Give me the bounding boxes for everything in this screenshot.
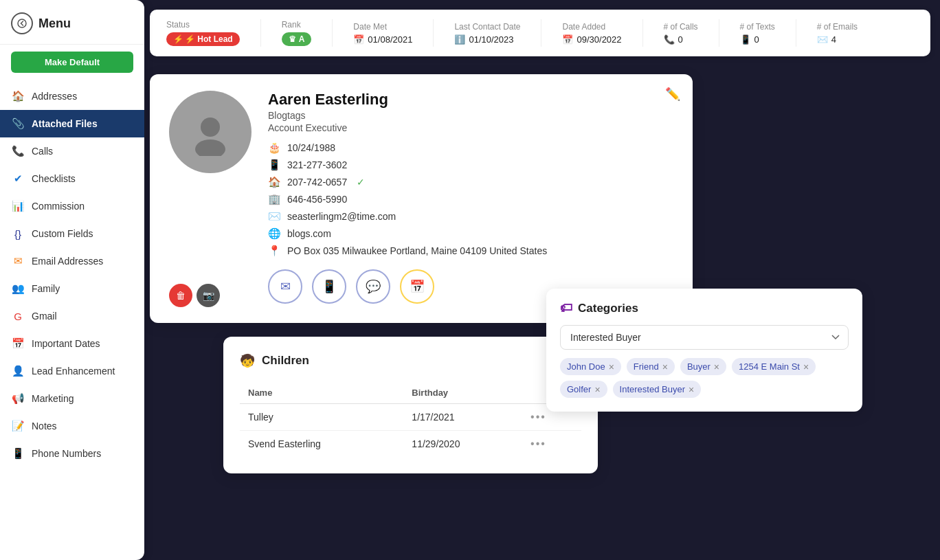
chat-action-button[interactable]: 💬 (356, 269, 390, 304)
sidebar-item-calls[interactable]: 📞 Calls (0, 137, 144, 165)
sidebar-header: Menu (0, 0, 144, 45)
rank-badge: ♛ A (282, 32, 312, 46)
date-added-label: Date Added (562, 22, 605, 32)
sidebar-item-phone-numbers[interactable]: 📱 Phone Numbers (0, 440, 144, 467)
tag-label-3: 1254 E Main St (739, 361, 800, 372)
calendar-action-button[interactable]: 📅 (400, 269, 434, 304)
nav-label-important-dates: Important Dates (32, 338, 100, 349)
last-contact-value: ℹ️ 01/10/2023 (454, 34, 513, 45)
date-met-label: Date Met (353, 22, 387, 32)
phone-action-button[interactable]: 📱 (312, 269, 346, 304)
date-added-icon: 📅 (562, 34, 573, 45)
date-met-value: 📅 01/08/2021 (353, 34, 412, 45)
tag-label-0: John Doe (567, 361, 605, 372)
tag-5: Interested Buyer × (613, 381, 702, 398)
nav-icon-phone-numbers: 📱 (11, 447, 25, 460)
tag-3: 1254 E Main St × (732, 358, 816, 375)
sidebar-item-notes[interactable]: 📝 Notes (0, 412, 144, 440)
nav-icon-email-addresses: ✉ (11, 254, 25, 268)
sidebar-item-lead-enhancement[interactable]: 👤 Lead Enhancement (0, 357, 144, 385)
children-title: 🧒 Children (240, 353, 309, 368)
sidebar-item-email-addresses[interactable]: ✉ Email Addresses (0, 247, 144, 275)
tag-remove-1[interactable]: × (662, 362, 668, 372)
nav-label-family: Family (32, 283, 60, 294)
sidebar-item-marketing[interactable]: 📢 Marketing (0, 385, 144, 412)
tag-remove-2[interactable]: × (714, 362, 719, 372)
camera-button[interactable]: 📷 (197, 284, 220, 307)
sidebar-item-gmail[interactable]: G Gmail (0, 302, 144, 330)
menu-back-button[interactable] (11, 12, 33, 34)
birthday-icon: 🎂 (268, 142, 280, 154)
contact-phone3: 646-456-5990 (287, 194, 347, 205)
children-header: 🧒 Children + (240, 350, 581, 371)
status-field: Status ⚡ ⚡ Hot Lead (166, 20, 240, 46)
date-met-field: Date Met 📅 01/08/2021 (353, 22, 412, 45)
calls-value: 📞 0 (664, 34, 683, 45)
tag-remove-5[interactable]: × (689, 385, 694, 394)
nav-icon-custom-fields: {} (11, 227, 25, 240)
avatar (169, 91, 251, 173)
emails-value: ✉️ 4 (817, 34, 836, 45)
tag-2: Buyer × (680, 358, 726, 375)
sidebar-item-important-dates[interactable]: 📅 Important Dates (0, 330, 144, 357)
tag-label-5: Interested Buyer (620, 384, 685, 394)
nav-label-addresses: Addresses (32, 91, 77, 102)
delete-avatar-button[interactable]: 🗑 (169, 284, 192, 307)
last-contact-field: Last Contact Date ℹ️ 01/10/2023 (454, 22, 520, 45)
sidebar-item-commission[interactable]: 📊 Commission (0, 192, 144, 220)
last-contact-icon: ℹ️ (454, 34, 465, 45)
nav-label-custom-fields: Custom Fields (32, 228, 93, 239)
email-action-button[interactable]: ✉ (268, 269, 302, 304)
col-birthday-header: Birthday (403, 382, 522, 404)
date-added-value: 📅 09/30/2022 (562, 34, 621, 45)
sidebar: Menu Make Default 🏠 Addresses 📎 Attached… (0, 0, 144, 560)
sidebar-item-addresses[interactable]: 🏠 Addresses (0, 82, 144, 110)
nav-icon-gmail: G (11, 309, 25, 323)
phone2-icon: 🏠 (268, 176, 280, 188)
contact-address-row: 📍 PO Box 035 Milwaukee Portland, Maine 0… (268, 245, 673, 257)
make-default-button[interactable]: Make Default (11, 52, 133, 73)
tag-remove-0[interactable]: × (609, 362, 614, 372)
categories-header: 🏷 Categories (560, 301, 849, 315)
calls-icon: 📞 (664, 34, 675, 45)
contact-email-row: ✉️ seasterlingm2@time.com (268, 210, 673, 223)
contact-phone2-row: 🏠 207-742-0657 ✓ (268, 176, 673, 188)
col-name-header: Name (240, 382, 403, 404)
child-more-button-0[interactable]: ••• (530, 411, 546, 423)
texts-label: # of Texts (740, 22, 775, 32)
nav-label-attached-files: Attached Files (32, 118, 98, 129)
address-icon: 📍 (268, 245, 280, 257)
tag-remove-4[interactable]: × (594, 385, 600, 394)
phone1-icon: 📱 (268, 159, 280, 171)
contact-job-title: Account Executive (268, 122, 673, 133)
edit-contact-button[interactable]: ✏️ (665, 87, 680, 102)
children-card: 🧒 Children + Name Birthday Tulley 1/17/2… (223, 337, 598, 473)
email-icon: ✉️ (268, 210, 280, 223)
nav-label-email-addresses: Email Addresses (32, 256, 103, 267)
texts-value: 📱 0 (740, 34, 759, 45)
emails-label: # of Emails (817, 22, 858, 32)
contact-phone2: 207-742-0657 (287, 177, 347, 188)
children-table: Name Birthday Tulley 1/17/2021 ••• Svend… (240, 382, 581, 457)
hot-lead-badge: ⚡ ⚡ Hot Lead (166, 32, 240, 46)
calls-field: # of Calls 📞 0 (664, 22, 698, 45)
nav-icon-marketing: 📢 (11, 392, 25, 405)
table-row: Svend Easterling 11/29/2020 ••• (240, 431, 581, 458)
nav-label-lead-enhancement: Lead Enhancement (32, 366, 115, 377)
nav-label-phone-numbers: Phone Numbers (32, 448, 101, 459)
sidebar-item-family[interactable]: 👥 Family (0, 275, 144, 302)
categories-card: 🏷 Categories Interested BuyerActive Clie… (546, 289, 862, 412)
sidebar-item-attached-files[interactable]: 📎 Attached Files (0, 110, 144, 137)
nav-label-gmail: Gmail (32, 311, 57, 322)
nav-icon-calls: 📞 (11, 144, 25, 158)
child-more-button-1[interactable]: ••• (530, 438, 546, 450)
tag-remove-3[interactable]: × (803, 362, 809, 372)
sidebar-item-checklists[interactable]: ✔ Checklists (0, 165, 144, 192)
nav-icon-checklists: ✔ (11, 172, 25, 186)
nav-icon-addresses: 🏠 (11, 89, 25, 103)
nav-label-notes: Notes (32, 421, 57, 432)
categories-dropdown[interactable]: Interested BuyerActive ClientPast Client… (560, 325, 849, 350)
table-row: Tulley 1/17/2021 ••• (240, 404, 581, 431)
contact-card: ✏️ 🗑 📷 Aaren Easterling Blogtags Account… (150, 74, 693, 323)
sidebar-item-custom-fields[interactable]: {} Custom Fields (0, 220, 144, 247)
